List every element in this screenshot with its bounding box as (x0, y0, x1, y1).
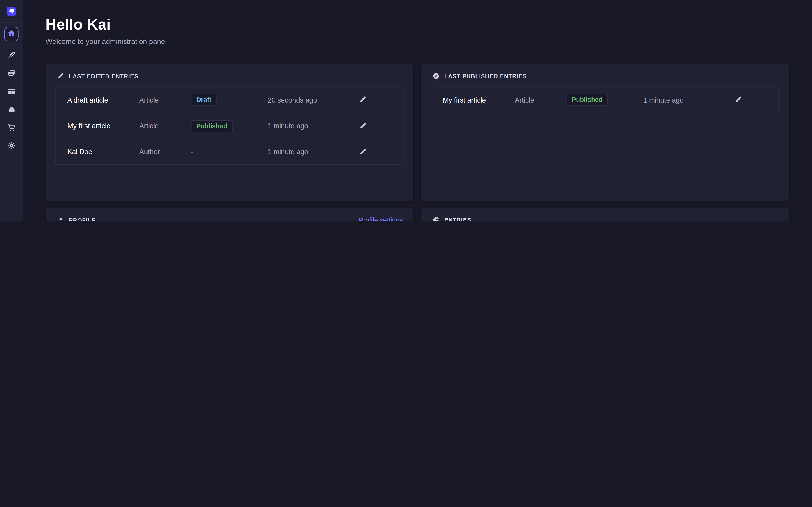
entry-type: Author (139, 148, 191, 156)
entry-time: 1 minute ago (268, 122, 358, 130)
panel-title: LAST EDITED ENTRIES (69, 73, 138, 79)
pencil-icon (359, 97, 366, 105)
images-icon (7, 69, 16, 79)
panel-title: LAST PUBLISHED ENTRIES (444, 73, 527, 79)
entry-title: My first article (67, 122, 139, 130)
last-published-table: My first article Article Published 1 min… (431, 86, 779, 113)
profile-settings-link[interactable]: Profile settings (359, 216, 403, 221)
person-icon (57, 217, 64, 221)
home-icon (7, 29, 15, 40)
entry-title: Kai Doe (67, 148, 139, 156)
page-title: Hello Kai (46, 17, 789, 32)
strapi-logo-icon (7, 7, 16, 18)
edit-entry-button[interactable] (358, 148, 367, 156)
profile-panel: PROFILE Profile settings KD Kai Doe kai.… (46, 208, 413, 221)
table-row: A draft article Article Draft 20 seconds… (56, 87, 403, 113)
last-published-entries-panel: LAST PUBLISHED ENTRIES My first article … (421, 64, 789, 201)
status-empty: - (191, 148, 193, 156)
pie-chart-icon (433, 216, 440, 221)
check-circle-icon (433, 72, 440, 79)
sidebar-nav (4, 27, 18, 150)
gear-icon (7, 141, 16, 152)
table-row: My first article Article Published 1 min… (56, 113, 403, 139)
main-content: Hello Kai Welcome to your administration… (23, 0, 812, 221)
cart-icon (7, 123, 16, 134)
status-badge: Draft (191, 94, 216, 106)
pencil-icon (57, 72, 64, 79)
status-badge: Published (191, 120, 232, 132)
sidebar-item-media-library[interactable] (7, 69, 16, 77)
sidebar-item-content-type-builder[interactable] (7, 87, 16, 96)
last-edited-table: A draft article Article Draft 20 seconds… (55, 86, 404, 165)
panel-title: ENTRIES (444, 217, 471, 221)
edit-entry-button[interactable] (734, 96, 742, 104)
entry-type: Article (139, 96, 191, 104)
strapi-admin-app: KD Hello Kai Welcome to your administrat… (0, 0, 812, 221)
panel-title: PROFILE (69, 217, 96, 221)
cloud-icon (7, 105, 16, 116)
sidebar-item-content-manager[interactable] (7, 51, 16, 59)
edit-entry-button[interactable] (358, 96, 367, 104)
entry-title: A draft article (67, 96, 139, 104)
pencil-icon (359, 149, 366, 157)
entry-time: 1 minute ago (268, 148, 358, 156)
entry-title: My first article (443, 96, 515, 104)
page-subtitle: Welcome to your administration panel (46, 37, 789, 46)
last-edited-entries-panel: LAST EDITED ENTRIES A draft article Arti… (46, 64, 413, 201)
pencil-icon (734, 97, 742, 105)
entry-type: Article (139, 122, 191, 130)
table-row: My first article Article Published 1 min… (431, 87, 778, 113)
layout-icon (7, 87, 16, 98)
entry-type: Article (515, 96, 567, 104)
pencil-icon (359, 123, 366, 131)
entry-time: 20 seconds ago (268, 96, 358, 104)
sidebar-item-marketplace[interactable] (7, 123, 16, 132)
entry-time: 1 minute ago (643, 96, 734, 104)
sidebar-item-deploy[interactable] (7, 105, 16, 114)
entries-panel: ENTRIES 3 entries (421, 208, 789, 221)
strapi-logo[interactable] (7, 7, 16, 16)
table-row: Kai Doe Author - 1 minute ago (56, 138, 403, 165)
sidebar-item-home[interactable] (4, 27, 18, 41)
sidebar: KD (0, 0, 23, 221)
edit-entry-button[interactable] (358, 122, 367, 130)
status-badge: Published (567, 94, 608, 106)
feather-icon (7, 51, 16, 61)
sidebar-item-settings[interactable] (7, 141, 16, 150)
sidebar-divider (0, 22, 23, 23)
